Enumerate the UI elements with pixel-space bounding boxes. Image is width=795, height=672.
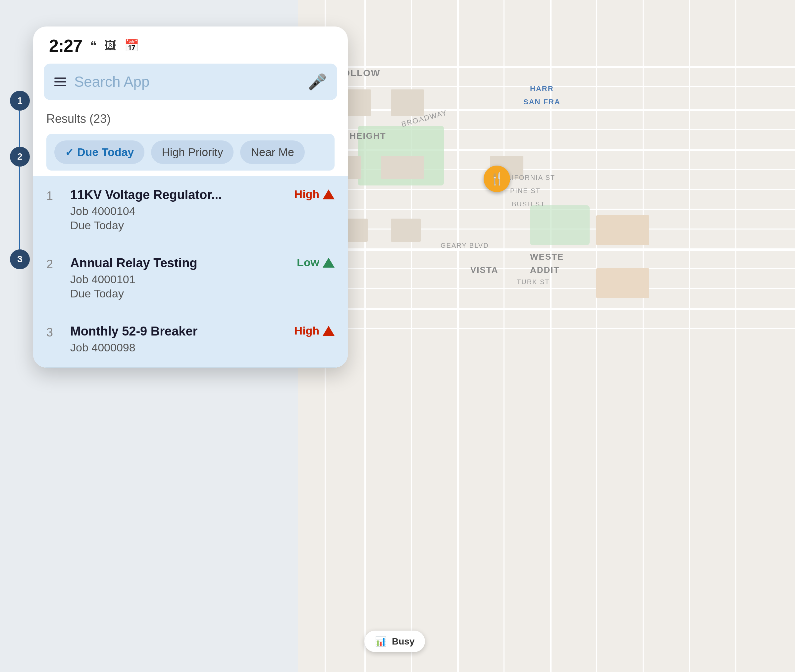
high-priority-label: High Priority	[162, 146, 223, 158]
step-2-number: 2	[17, 151, 22, 162]
results-count: Results (23)	[46, 112, 334, 126]
check-icon: ✓	[65, 146, 74, 158]
busy-label: Busy	[392, 636, 414, 647]
result-title-3: Monthly 52-9 Breaker	[70, 324, 283, 339]
step-3-number: 3	[17, 254, 22, 265]
result-item-2[interactable]: 2 Annual Relay Testing Job 4000101 Due T…	[33, 244, 348, 312]
microphone-icon[interactable]: 🎤	[308, 73, 326, 91]
search-input[interactable]: Search App	[74, 74, 300, 90]
result-number-3: 3	[46, 324, 60, 339]
map-label-addition: ADDIT	[530, 265, 560, 275]
result-due-2: Due Today	[70, 287, 286, 300]
map-label-bush: Bush St	[512, 200, 545, 208]
result-content-3: Monthly 52-9 Breaker Job 4000098	[70, 324, 283, 355]
result-number-2: 2	[46, 256, 60, 271]
priority-triangle-2	[323, 258, 334, 267]
map-label-western: WESTE	[530, 252, 564, 262]
calendar-icon: 📅	[124, 39, 139, 53]
result-item-1[interactable]: 1 11KV Voltage Regulator... Job 4000104 …	[33, 176, 348, 244]
hamburger-line-3	[54, 85, 66, 86]
search-bar[interactable]: Search App 🎤	[44, 64, 337, 100]
step-line-1-2	[19, 110, 20, 147]
step-1-indicator: 1	[10, 91, 30, 110]
map-busy-badge: 📊 Busy	[365, 630, 425, 652]
step-1-number: 1	[17, 95, 22, 106]
priority-label-1: High	[294, 188, 319, 201]
map-label-harr: Harr	[530, 85, 554, 93]
map-restaurant-pin[interactable]: 🍴	[484, 166, 510, 192]
food-icon: 🍴	[489, 172, 504, 186]
map-label-pine: Pine St	[510, 187, 541, 195]
map-label-sanfra: San Fra	[523, 98, 560, 106]
status-bar: 2:27 ❝ 🖼 📅	[33, 27, 348, 61]
priority-triangle-3	[323, 326, 334, 336]
results-list: 1 11KV Voltage Regulator... Job 4000104 …	[33, 176, 348, 368]
image-icon: 🖼	[104, 39, 116, 53]
quote-icon: ❝	[90, 39, 96, 53]
result-title-1: 11KV Voltage Regulator...	[70, 188, 283, 202]
near-me-label: Near Me	[251, 146, 294, 158]
result-job-2: Job 4000101	[70, 273, 286, 286]
due-today-label: Due Today	[77, 146, 134, 158]
filter-chips: ✓ Due Today High Priority Near Me	[46, 134, 334, 171]
phone-container: 2:27 ❝ 🖼 📅 Search App 🎤 Results (23) ✓ D…	[33, 27, 348, 368]
step-line-2-3	[19, 166, 20, 250]
results-section: Results (23) ✓ Due Today High Priority N…	[33, 100, 348, 176]
map-background: OW HOLLOW PACIFIC HEIGHT WESTE ADDIT VIS…	[298, 0, 795, 672]
map-label-vista: VISTA	[470, 265, 499, 275]
map-label-turk: Turk St	[517, 278, 550, 286]
filter-high-priority[interactable]: High Priority	[151, 141, 234, 164]
priority-label-2: Low	[297, 256, 319, 269]
hamburger-menu-icon[interactable]	[54, 77, 66, 86]
result-priority-2: Low	[297, 256, 334, 269]
result-content-2: Annual Relay Testing Job 4000101 Due Tod…	[70, 256, 286, 300]
step-2-indicator: 2	[10, 147, 30, 166]
hamburger-line-1	[54, 77, 66, 79]
result-title-2: Annual Relay Testing	[70, 256, 286, 270]
filter-due-today[interactable]: ✓ Due Today	[54, 141, 144, 164]
filter-near-me[interactable]: Near Me	[240, 141, 304, 164]
result-due-1: Due Today	[70, 219, 283, 232]
result-priority-1: High	[294, 188, 334, 201]
result-priority-3: High	[294, 324, 334, 337]
chart-icon: 📊	[375, 636, 387, 647]
priority-label-3: High	[294, 324, 319, 337]
hamburger-line-2	[54, 81, 66, 82]
status-time: 2:27	[49, 36, 82, 56]
result-content-1: 11KV Voltage Regulator... Job 4000104 Du…	[70, 188, 283, 232]
priority-triangle-1	[323, 189, 334, 199]
map-label-geary: Geary Blvd	[441, 242, 489, 250]
result-item-3[interactable]: 3 Monthly 52-9 Breaker Job 4000098 High	[33, 312, 348, 368]
result-job-1: Job 4000104	[70, 205, 283, 218]
result-job-3: Job 4000098	[70, 341, 283, 354]
result-number-1: 1	[46, 188, 60, 203]
step-3-indicator: 3	[10, 250, 30, 269]
